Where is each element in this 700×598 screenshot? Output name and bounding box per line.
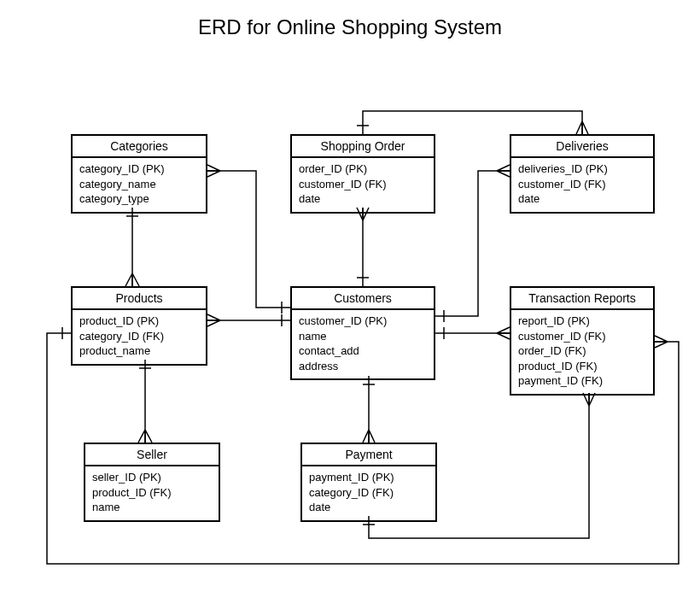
attr: category_ID (FK) xyxy=(79,329,199,344)
attr: category_name xyxy=(79,177,199,192)
entity-shopping-order: Shopping Order order_ID (PK) customer_ID… xyxy=(290,134,435,214)
entity-customers-header: Customers xyxy=(292,288,434,310)
attr: category_type xyxy=(79,191,199,207)
attr: customer_ID (FK) xyxy=(299,177,427,192)
entity-categories: Categories category_ID (PK) category_nam… xyxy=(71,134,207,214)
entity-products-attrs: product_ID (PK) category_ID (FK) product… xyxy=(73,310,206,364)
attr: order_ID (FK) xyxy=(518,343,646,359)
entity-shopping-order-attrs: order_ID (PK) customer_ID (FK) date xyxy=(292,158,434,212)
attr: report_ID (PK) xyxy=(518,314,646,329)
attr: customer_ID (PK) xyxy=(299,314,427,329)
entity-products-header: Products xyxy=(73,288,206,310)
attr: date xyxy=(518,191,646,207)
entity-deliveries: Deliveries deliveries_ID (PK) customer_I… xyxy=(510,134,655,214)
attr: payment_ID (PK) xyxy=(309,470,429,485)
attr: product_ID (FK) xyxy=(518,359,646,374)
entity-transaction-reports-attrs: report_ID (PK) customer_ID (FK) order_ID… xyxy=(511,310,653,394)
attr: deliveries_ID (PK) xyxy=(518,161,646,177)
entity-seller-attrs: seller_ID (PK) product_ID (FK) name xyxy=(85,466,219,520)
entity-seller: Seller seller_ID (PK) product_ID (FK) na… xyxy=(84,443,220,522)
entity-categories-attrs: category_ID (PK) category_name category_… xyxy=(73,158,206,212)
entity-customers: Customers customer_ID (PK) name contact_… xyxy=(290,286,435,380)
entity-payment-attrs: payment_ID (PK) category_ID (FK) date xyxy=(302,466,435,520)
entity-seller-header: Seller xyxy=(85,444,219,466)
attr: payment_ID (FK) xyxy=(518,373,646,389)
attr: seller_ID (PK) xyxy=(92,470,212,485)
attr: name xyxy=(299,329,427,344)
attr: category_ID (PK) xyxy=(79,161,199,177)
diagram-title: ERD for Online Shopping System xyxy=(0,15,700,39)
attr: order_ID (PK) xyxy=(299,161,427,177)
attr: category_ID (FK) xyxy=(309,485,429,501)
entity-payment: Payment payment_ID (PK) category_ID (FK)… xyxy=(300,443,437,522)
attr: address xyxy=(299,359,427,374)
entity-transaction-reports: Transaction Reports report_ID (PK) custo… xyxy=(510,286,655,396)
entity-categories-header: Categories xyxy=(73,136,206,158)
attr: product_ID (FK) xyxy=(92,485,212,501)
entity-customers-attrs: customer_ID (PK) name contact_add addres… xyxy=(292,310,434,378)
attr: name xyxy=(92,500,212,515)
attr: product_name xyxy=(79,343,199,359)
attr: customer_ID (FK) xyxy=(518,329,646,344)
entity-deliveries-attrs: deliveries_ID (PK) customer_ID (FK) date xyxy=(511,158,653,212)
entity-products: Products product_ID (PK) category_ID (FK… xyxy=(71,286,207,366)
entity-shopping-order-header: Shopping Order xyxy=(292,136,434,158)
attr: customer_ID (FK) xyxy=(518,177,646,192)
entity-deliveries-header: Deliveries xyxy=(511,136,653,158)
attr: contact_add xyxy=(299,343,427,359)
attr: date xyxy=(309,500,429,515)
attr: date xyxy=(299,191,427,207)
entity-transaction-reports-header: Transaction Reports xyxy=(511,288,653,310)
attr: product_ID (PK) xyxy=(79,314,199,329)
entity-payment-header: Payment xyxy=(302,444,435,466)
